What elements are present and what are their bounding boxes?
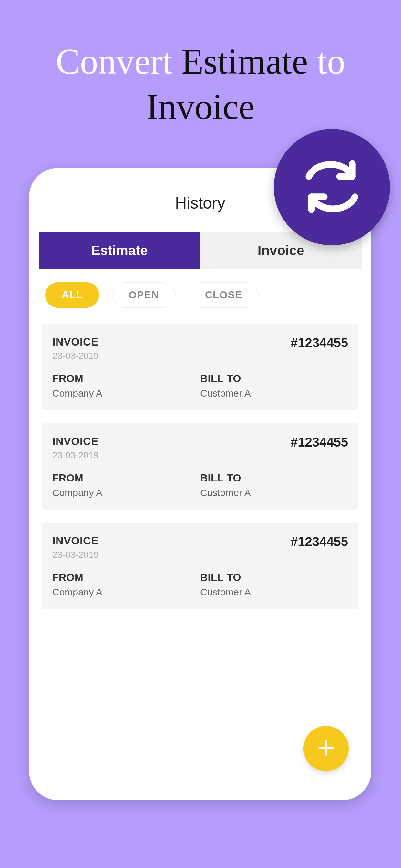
hero-word-to: to (317, 41, 345, 82)
filter-close[interactable]: CLOSE (189, 282, 258, 308)
from-label: FROM (52, 571, 200, 584)
billto-label: BILL TO (200, 373, 348, 384)
card-type: INVOICE (52, 435, 98, 447)
invoice-card[interactable]: INVOICE 23-03-2019 #1234455 FROM Company… (42, 324, 359, 410)
billto-label: BILL TO (200, 472, 348, 484)
from-label: FROM (52, 373, 200, 384)
convert-button[interactable] (274, 129, 390, 245)
invoice-card[interactable]: INVOICE 23-03-2019 #1234455 FROM Company… (42, 423, 359, 510)
card-type: INVOICE (52, 336, 98, 348)
from-value: Company A (52, 487, 200, 498)
hero-word-invoice: Invoice (146, 87, 255, 127)
card-date: 23-03-2019 (52, 351, 98, 361)
tab-estimate[interactable]: Estimate (39, 232, 200, 269)
from-value: Company A (52, 388, 200, 399)
billto-value: Customer A (200, 487, 348, 498)
filter-all[interactable]: ALL (45, 282, 99, 308)
filter-row: ALL OPEN CLOSE (39, 269, 362, 317)
billto-value: Customer A (200, 587, 348, 598)
card-number: #1234455 (290, 336, 348, 350)
add-button[interactable] (304, 726, 349, 771)
phone-frame: History Estimate Invoice ALL OPEN CLOSE … (29, 168, 371, 800)
card-date: 23-03-2019 (52, 450, 98, 461)
card-number: #1234455 (290, 435, 348, 450)
card-number: #1234455 (290, 534, 348, 549)
plus-icon (316, 738, 336, 759)
card-date: 23-03-2019 (52, 550, 98, 560)
from-value: Company A (52, 587, 200, 598)
hero-word-convert: Convert (56, 41, 173, 82)
invoice-card[interactable]: INVOICE 23-03-2019 #1234455 FROM Company… (42, 523, 359, 609)
from-label: FROM (52, 472, 200, 484)
filter-open[interactable]: OPEN (112, 282, 176, 308)
hero-title: Convert Estimate to Invoice (0, 0, 401, 129)
hero-word-estimate: Estimate (181, 41, 308, 82)
sync-icon (301, 156, 363, 219)
card-type: INVOICE (52, 534, 98, 547)
billto-label: BILL TO (200, 571, 348, 584)
card-list: INVOICE 23-03-2019 #1234455 FROM Company… (39, 317, 362, 629)
billto-value: Customer A (200, 388, 348, 399)
